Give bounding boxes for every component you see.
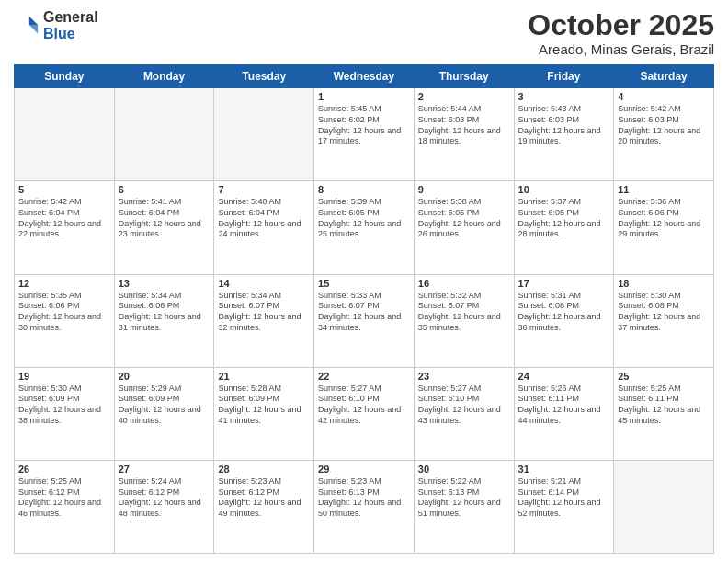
day-number: 3 — [518, 91, 610, 102]
calendar-cell: 8Sunrise: 5:39 AM Sunset: 6:05 PM Daylig… — [314, 181, 415, 274]
day-number: 29 — [318, 464, 410, 475]
day-info: Sunrise: 5:30 AM Sunset: 6:08 PM Dayligh… — [618, 291, 710, 334]
day-number: 26 — [18, 464, 110, 475]
day-info: Sunrise: 5:33 AM Sunset: 6:07 PM Dayligh… — [318, 291, 410, 334]
day-number: 20 — [119, 371, 210, 382]
day-info: Sunrise: 5:37 AM Sunset: 6:05 PM Dayligh… — [518, 197, 610, 240]
calendar-cell: 23Sunrise: 5:27 AM Sunset: 6:10 PM Dayli… — [414, 367, 514, 460]
day-info: Sunrise: 5:38 AM Sunset: 6:05 PM Dayligh… — [418, 197, 510, 240]
calendar-cell — [214, 88, 314, 181]
svg-marker-0 — [29, 17, 38, 25]
col-wednesday: Wednesday — [314, 65, 415, 88]
day-info: Sunrise: 5:24 AM Sunset: 6:12 PM Dayligh… — [119, 477, 210, 520]
day-info: Sunrise: 5:26 AM Sunset: 6:11 PM Dayligh… — [518, 384, 610, 427]
calendar-cell: 31Sunrise: 5:21 AM Sunset: 6:14 PM Dayli… — [514, 460, 614, 553]
day-info: Sunrise: 5:36 AM Sunset: 6:06 PM Dayligh… — [618, 197, 710, 240]
calendar-cell: 4Sunrise: 5:42 AM Sunset: 6:03 PM Daylig… — [614, 88, 714, 181]
day-number: 27 — [119, 464, 210, 475]
day-info: Sunrise: 5:34 AM Sunset: 6:06 PM Dayligh… — [119, 291, 210, 334]
day-info: Sunrise: 5:41 AM Sunset: 6:04 PM Dayligh… — [119, 197, 210, 240]
calendar-cell: 28Sunrise: 5:23 AM Sunset: 6:12 PM Dayli… — [214, 460, 314, 553]
calendar: Sunday Monday Tuesday Wednesday Thursday… — [14, 64, 714, 554]
day-number: 11 — [618, 184, 710, 195]
day-info: Sunrise: 5:32 AM Sunset: 6:07 PM Dayligh… — [418, 291, 510, 334]
day-info: Sunrise: 5:35 AM Sunset: 6:06 PM Dayligh… — [18, 291, 110, 334]
day-info: Sunrise: 5:30 AM Sunset: 6:09 PM Dayligh… — [18, 384, 110, 427]
col-sunday: Sunday — [15, 65, 115, 88]
day-info: Sunrise: 5:42 AM Sunset: 6:03 PM Dayligh… — [618, 104, 710, 147]
calendar-cell: 25Sunrise: 5:25 AM Sunset: 6:11 PM Dayli… — [614, 367, 714, 460]
day-number: 10 — [518, 184, 610, 195]
day-info: Sunrise: 5:27 AM Sunset: 6:10 PM Dayligh… — [418, 384, 510, 427]
calendar-cell: 22Sunrise: 5:27 AM Sunset: 6:10 PM Dayli… — [314, 367, 415, 460]
day-number: 2 — [418, 91, 510, 102]
day-info: Sunrise: 5:45 AM Sunset: 6:02 PM Dayligh… — [318, 104, 410, 147]
day-info: Sunrise: 5:22 AM Sunset: 6:13 PM Dayligh… — [418, 477, 510, 520]
day-number: 18 — [618, 278, 710, 289]
calendar-cell: 24Sunrise: 5:26 AM Sunset: 6:11 PM Dayli… — [514, 367, 614, 460]
day-number: 12 — [18, 278, 110, 289]
logo: General Blue — [14, 9, 98, 42]
day-number: 14 — [218, 278, 310, 289]
day-number: 21 — [218, 371, 310, 382]
calendar-cell: 19Sunrise: 5:30 AM Sunset: 6:09 PM Dayli… — [15, 367, 115, 460]
calendar-cell: 18Sunrise: 5:30 AM Sunset: 6:08 PM Dayli… — [614, 274, 714, 367]
week-row-5: 26Sunrise: 5:25 AM Sunset: 6:12 PM Dayli… — [15, 460, 714, 553]
day-info: Sunrise: 5:27 AM Sunset: 6:10 PM Dayligh… — [318, 384, 410, 427]
calendar-cell: 29Sunrise: 5:23 AM Sunset: 6:13 PM Dayli… — [314, 460, 415, 553]
day-number: 24 — [518, 371, 610, 382]
day-number: 5 — [18, 184, 110, 195]
calendar-cell: 5Sunrise: 5:42 AM Sunset: 6:04 PM Daylig… — [15, 181, 115, 274]
day-info: Sunrise: 5:28 AM Sunset: 6:09 PM Dayligh… — [218, 384, 310, 427]
day-number: 6 — [119, 184, 210, 195]
calendar-cell: 10Sunrise: 5:37 AM Sunset: 6:05 PM Dayli… — [514, 181, 614, 274]
location: Areado, Minas Gerais, Brazil — [528, 41, 714, 57]
logo-text: General Blue — [43, 9, 98, 42]
day-number: 28 — [218, 464, 310, 475]
logo-blue: Blue — [43, 26, 98, 42]
calendar-cell: 21Sunrise: 5:28 AM Sunset: 6:09 PM Dayli… — [214, 367, 314, 460]
day-info: Sunrise: 5:23 AM Sunset: 6:13 PM Dayligh… — [318, 477, 410, 520]
calendar-cell — [614, 460, 714, 553]
day-number: 1 — [318, 91, 410, 102]
day-info: Sunrise: 5:43 AM Sunset: 6:03 PM Dayligh… — [518, 104, 610, 147]
day-number: 30 — [418, 464, 510, 475]
calendar-cell: 16Sunrise: 5:32 AM Sunset: 6:07 PM Dayli… — [414, 274, 514, 367]
calendar-cell: 11Sunrise: 5:36 AM Sunset: 6:06 PM Dayli… — [614, 181, 714, 274]
calendar-cell: 6Sunrise: 5:41 AM Sunset: 6:04 PM Daylig… — [114, 181, 214, 274]
col-tuesday: Tuesday — [214, 65, 314, 88]
day-number: 9 — [418, 184, 510, 195]
day-info: Sunrise: 5:23 AM Sunset: 6:12 PM Dayligh… — [218, 477, 310, 520]
day-info: Sunrise: 5:44 AM Sunset: 6:03 PM Dayligh… — [418, 104, 510, 147]
logo-icon — [14, 13, 40, 39]
day-number: 31 — [518, 464, 610, 475]
day-info: Sunrise: 5:31 AM Sunset: 6:08 PM Dayligh… — [518, 291, 610, 334]
calendar-cell: 7Sunrise: 5:40 AM Sunset: 6:04 PM Daylig… — [214, 181, 314, 274]
header: General Blue October 2025 Areado, Minas … — [14, 9, 714, 57]
calendar-cell: 27Sunrise: 5:24 AM Sunset: 6:12 PM Dayli… — [114, 460, 214, 553]
day-info: Sunrise: 5:21 AM Sunset: 6:14 PM Dayligh… — [518, 477, 610, 520]
calendar-cell: 12Sunrise: 5:35 AM Sunset: 6:06 PM Dayli… — [15, 274, 115, 367]
day-number: 7 — [218, 184, 310, 195]
calendar-cell: 15Sunrise: 5:33 AM Sunset: 6:07 PM Dayli… — [314, 274, 415, 367]
week-row-1: 1Sunrise: 5:45 AM Sunset: 6:02 PM Daylig… — [15, 88, 714, 181]
calendar-cell — [15, 88, 115, 181]
calendar-cell: 1Sunrise: 5:45 AM Sunset: 6:02 PM Daylig… — [314, 88, 415, 181]
day-number: 23 — [418, 371, 510, 382]
calendar-cell: 2Sunrise: 5:44 AM Sunset: 6:03 PM Daylig… — [414, 88, 514, 181]
col-monday: Monday — [114, 65, 214, 88]
calendar-cell: 3Sunrise: 5:43 AM Sunset: 6:03 PM Daylig… — [514, 88, 614, 181]
day-info: Sunrise: 5:39 AM Sunset: 6:05 PM Dayligh… — [318, 197, 410, 240]
day-number: 17 — [518, 278, 610, 289]
page: General Blue October 2025 Areado, Minas … — [0, 0, 728, 563]
weekday-header-row: Sunday Monday Tuesday Wednesday Thursday… — [15, 65, 714, 88]
day-info: Sunrise: 5:25 AM Sunset: 6:12 PM Dayligh… — [18, 477, 110, 520]
calendar-cell: 30Sunrise: 5:22 AM Sunset: 6:13 PM Dayli… — [414, 460, 514, 553]
day-info: Sunrise: 5:42 AM Sunset: 6:04 PM Dayligh… — [18, 197, 110, 240]
month-title: October 2025 — [528, 9, 714, 41]
calendar-cell: 9Sunrise: 5:38 AM Sunset: 6:05 PM Daylig… — [414, 181, 514, 274]
day-number: 13 — [119, 278, 210, 289]
day-info: Sunrise: 5:34 AM Sunset: 6:07 PM Dayligh… — [218, 291, 310, 334]
day-number: 8 — [318, 184, 410, 195]
col-saturday: Saturday — [614, 65, 714, 88]
